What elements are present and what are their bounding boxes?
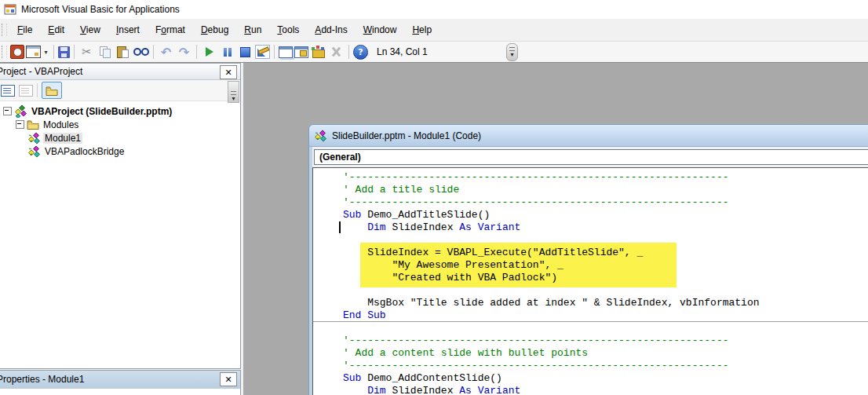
undo-icon[interactable] — [158, 44, 174, 60]
code-line[interactable]: Dim SlideIndex As Variant — [343, 385, 868, 395]
code-window: SlideBuilder.pptm - Module1 (Code) (Gene… — [308, 124, 868, 395]
menu-format[interactable]: Format — [148, 20, 193, 39]
folder-icon — [46, 86, 58, 96]
project-panel-title-bar: Project - VBAProject — [0, 64, 240, 80]
view-code-icon[interactable] — [1, 85, 15, 97]
code-line[interactable]: Dim SlideIndex As Variant — [343, 221, 868, 234]
redo-icon[interactable] — [176, 44, 192, 60]
standard-toolbar: Ln 34, Col 1 — [0, 41, 868, 63]
paste-icon[interactable] — [115, 44, 131, 60]
menu-debug[interactable]: Debug — [193, 20, 236, 39]
project-tree: VBAProject (SlideBuilder.pptm) Modules M… — [0, 101, 240, 158]
tree-item-vbapadlockbridge[interactable]: VBAPadlockBridge — [0, 144, 240, 158]
toolbar-separator — [37, 83, 38, 97]
menu-window[interactable]: Window — [356, 20, 405, 39]
properties-panel-title: Properties - Module1 — [0, 374, 84, 385]
code-line[interactable]: MsgBox "Title slide added at index " & S… — [343, 297, 868, 309]
project-panel-title: Project - VBAProject — [0, 66, 82, 77]
collapse-icon[interactable] — [16, 120, 24, 129]
vba-editor-window: Microsoft Visual Basic for Applications … — [0, 0, 868, 395]
toggle-folders-button[interactable] — [42, 82, 62, 99]
code-line[interactable]: End Sub — [343, 309, 868, 322]
code-line[interactable]: ' Add a title slide — [343, 184, 868, 196]
mdi-background: Project - VBAProject VBAP — [0, 62, 868, 395]
app-icon — [4, 3, 16, 16]
toolbar-separator — [196, 45, 197, 59]
code-line[interactable] — [343, 234, 868, 247]
window-title: Microsoft Visual Basic for Applications — [21, 4, 180, 15]
title-bar: Microsoft Visual Basic for Applications — [0, 0, 868, 19]
properties-panel-title-bar: Properties - Module1 — [0, 371, 240, 389]
menu-file[interactable]: File — [9, 20, 40, 39]
menu-help[interactable]: Help — [404, 20, 439, 39]
save-icon[interactable] — [58, 46, 70, 58]
tree-item-module1[interactable]: Module1 — [0, 131, 240, 144]
folder-icon — [27, 119, 39, 130]
toolbar-separator — [348, 45, 349, 59]
code-line[interactable]: '---------------------------------------… — [343, 196, 868, 209]
project-panel-close-icon[interactable] — [220, 65, 237, 79]
break-icon[interactable] — [219, 44, 235, 60]
menu-view[interactable]: View — [72, 20, 108, 39]
design-mode-icon[interactable] — [255, 45, 270, 59]
module-icon — [28, 132, 41, 144]
code-line[interactable]: Sub Demo_AddTitleSlide() — [343, 209, 868, 221]
toolbox-icon[interactable] — [328, 44, 345, 60]
host-app-icon[interactable] — [10, 45, 24, 59]
left-dock: Project - VBAProject VBAP — [0, 63, 243, 395]
find-icon[interactable] — [133, 44, 149, 60]
code-line[interactable]: "My Awesome Presentation", _ — [343, 259, 868, 272]
project-explorer-icon[interactable] — [279, 46, 293, 58]
toolbar-separator — [74, 45, 75, 59]
text-caret — [339, 221, 341, 233]
toolbar-separator — [53, 45, 54, 59]
code-line[interactable] — [343, 284, 868, 297]
module-icon — [315, 130, 327, 142]
module-icon — [28, 145, 41, 158]
code-line[interactable]: SlideIndex = VBAPL_Execute("AddTitleSlid… — [343, 247, 868, 259]
properties-panel: Properties - Module1 — [0, 370, 241, 395]
code-line[interactable] — [343, 322, 868, 335]
collapse-icon[interactable] — [3, 107, 12, 115]
code-line[interactable]: '---------------------------------------… — [343, 335, 868, 347]
project-toolbar-overflow-icon[interactable] — [228, 81, 239, 103]
run-icon[interactable] — [201, 44, 217, 60]
code-line[interactable]: "Created with VBA Padlock") — [343, 272, 868, 284]
toolbar-separator — [274, 45, 275, 59]
code-line[interactable]: ' Add a content slide with bullet points — [343, 347, 868, 360]
code-window-body: (General) '-----------------------------… — [312, 147, 868, 395]
code-window-title-bar[interactable]: SlideBuilder.pptm - Module1 (Code) — [309, 125, 868, 147]
cut-icon[interactable] — [78, 44, 95, 60]
code-line[interactable]: '---------------------------------------… — [343, 360, 868, 372]
properties-panel-body — [0, 389, 240, 395]
menu-addins[interactable]: Add-Ins — [307, 20, 355, 39]
copy-icon[interactable] — [97, 44, 113, 60]
project-icon — [14, 105, 27, 118]
project-explorer-panel: Project - VBAProject VBAP — [0, 63, 241, 369]
menubar-grip[interactable] — [2, 24, 7, 36]
menu-edit[interactable]: Edit — [40, 20, 72, 39]
properties-window-icon[interactable] — [294, 46, 308, 58]
tree-item-vbaproject[interactable]: VBAProject (SlideBuilder.pptm) — [0, 104, 240, 118]
tree-item-modules-folder[interactable]: Modules — [0, 118, 240, 131]
line-col-indicator: Ln 34, Col 1 — [377, 46, 428, 57]
combo-row: (General) — [312, 147, 868, 167]
menu-run[interactable]: Run — [236, 20, 269, 39]
code-line[interactable]: Sub Demo_AddContentSlide() — [343, 372, 868, 385]
object-dropdown[interactable]: (General) — [314, 149, 868, 165]
help-icon[interactable] — [353, 45, 368, 60]
toolbar-overflow-icon[interactable] — [506, 43, 518, 61]
toolbar-grip[interactable] — [2, 46, 7, 58]
code-editor[interactable]: '---------------------------------------… — [312, 167, 868, 395]
reset-icon[interactable] — [237, 44, 253, 60]
properties-panel-close-icon[interactable] — [220, 372, 237, 386]
project-panel-toolbar — [0, 80, 240, 101]
object-browser-icon[interactable] — [310, 44, 326, 60]
view-object-icon[interactable] — [19, 85, 33, 97]
menu-tools[interactable]: Tools — [269, 20, 307, 39]
toolbar-separator — [153, 45, 154, 59]
code-line[interactable]: '---------------------------------------… — [343, 171, 868, 184]
dropdown-arrow-icon[interactable] — [42, 44, 50, 60]
insert-userform-icon[interactable] — [26, 46, 41, 58]
menu-insert[interactable]: Insert — [108, 20, 148, 39]
